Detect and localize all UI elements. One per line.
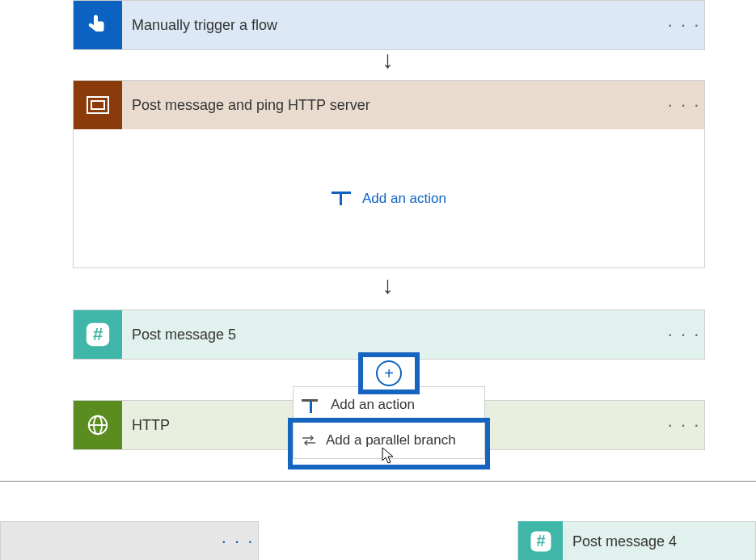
trigger-menu[interactable]: · · · bbox=[664, 15, 704, 36]
post-message-4-step[interactable]: # Post message 4 bbox=[517, 521, 756, 560]
hash-icon: # bbox=[74, 310, 122, 359]
insert-context-menu: Add an action Add a parallel branch bbox=[293, 386, 485, 459]
post-message-5-title: Post message 5 bbox=[122, 326, 664, 343]
scope-icon bbox=[74, 81, 122, 129]
scope-title: Post message and ping HTTP server bbox=[122, 97, 664, 114]
context-add-parallel-label: Add a parallel branch bbox=[326, 432, 456, 448]
trigger-step[interactable]: Manually trigger a flow · · · bbox=[73, 0, 705, 50]
horizontal-divider bbox=[0, 481, 756, 482]
touch-icon bbox=[74, 1, 122, 49]
http-menu[interactable]: · · · bbox=[664, 415, 704, 436]
scope-add-action-button[interactable]: Add an action bbox=[332, 191, 446, 207]
parallel-branch-icon bbox=[302, 435, 316, 446]
branch-left-card[interactable]: · · · bbox=[0, 521, 259, 560]
scope-add-action-label: Add an action bbox=[362, 191, 446, 207]
context-add-action-label: Add an action bbox=[331, 397, 415, 413]
globe-icon bbox=[74, 401, 122, 449]
arrow-down-icon: ↓ bbox=[382, 46, 394, 74]
svg-rect-0 bbox=[87, 97, 108, 113]
post-message-4-title: Post message 4 bbox=[563, 533, 755, 550]
post-message-5-menu[interactable]: · · · bbox=[664, 324, 704, 345]
scope-menu[interactable]: · · · bbox=[664, 95, 704, 116]
trigger-title: Manually trigger a flow bbox=[122, 17, 664, 34]
scope-step-header[interactable]: Post message and ping HTTP server · · · bbox=[73, 80, 705, 130]
arrow-down-icon: ↓ bbox=[382, 272, 394, 299]
insert-step-highlight: + bbox=[358, 352, 420, 394]
scope-body: Add an action bbox=[73, 129, 705, 268]
hash-icon: # bbox=[518, 521, 563, 560]
add-action-icon bbox=[302, 399, 318, 411]
svg-rect-1 bbox=[91, 101, 104, 109]
context-add-parallel[interactable]: Add a parallel branch bbox=[294, 423, 484, 458]
branch-left-menu[interactable]: · · · bbox=[218, 531, 258, 552]
svg-text:#: # bbox=[536, 532, 545, 549]
add-action-icon bbox=[332, 192, 351, 206]
insert-step-button[interactable]: + bbox=[376, 360, 402, 386]
svg-text:#: # bbox=[93, 323, 103, 344]
